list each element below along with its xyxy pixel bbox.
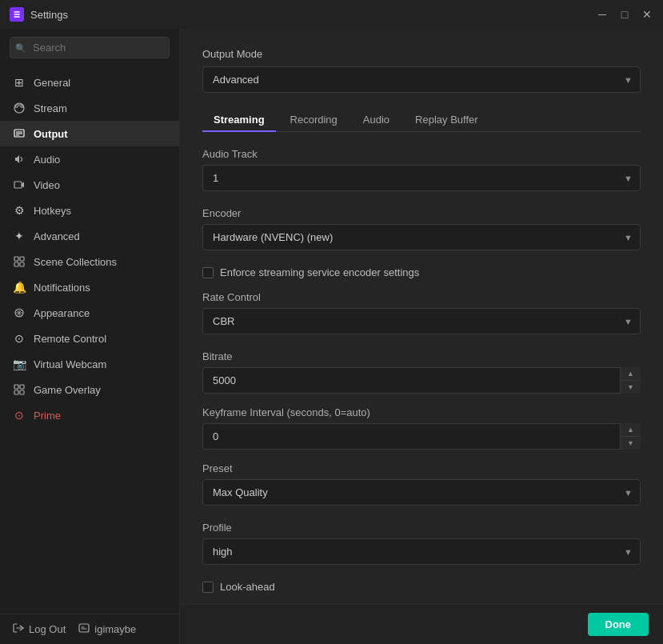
sidebar-item-label: Virtual Webcam (34, 358, 106, 370)
output-mode-label: Output Mode (202, 48, 641, 60)
tab-audio[interactable]: Audio (352, 109, 401, 132)
video-icon (13, 178, 26, 191)
logout-icon (13, 622, 24, 636)
enforce-checkbox[interactable] (202, 267, 214, 278)
sidebar-item-audio[interactable]: Audio (0, 146, 179, 172)
minimize-button[interactable]: ─ (596, 8, 609, 21)
keyframe-spinner-wrap: ▲ ▼ (202, 423, 641, 450)
rate-control-select-wrap: CBR ▼ (202, 308, 641, 334)
audio-track-group: Audio Track 1 ▼ (202, 148, 641, 191)
stream-icon (13, 102, 26, 114)
output-mode-select-wrap: Advanced ▼ (202, 66, 641, 93)
sidebar-item-label: Advanced (34, 230, 80, 242)
profile-select[interactable]: high (202, 538, 641, 565)
virtual-webcam-icon: 📷 (13, 358, 26, 370)
window-controls: ─ □ ✕ (596, 8, 653, 21)
bitrate-decrement-button[interactable]: ▼ (621, 381, 641, 394)
remote-control-icon: ⊙ (13, 332, 26, 345)
bitrate-group: Bitrate ▲ ▼ (202, 350, 641, 394)
done-button[interactable]: Done (588, 613, 649, 636)
sidebar-item-prime[interactable]: ⊙ Prime (0, 402, 179, 428)
sidebar-item-game-overlay[interactable]: Game Overlay (0, 377, 179, 402)
svg-rect-8 (20, 257, 24, 261)
settings-content: Output Mode Advanced ▼ Streaming Recordi… (180, 29, 663, 604)
sidebar-search-area (0, 29, 179, 66)
bitrate-spinner-arrows: ▲ ▼ (620, 367, 641, 394)
tab-recording[interactable]: Recording (279, 109, 349, 132)
sidebar-item-stream[interactable]: Stream (0, 95, 179, 121)
general-icon: ⊞ (13, 76, 26, 89)
sidebar-item-label: Hotkeys (34, 205, 71, 217)
output-icon (13, 127, 26, 140)
bitrate-input[interactable] (202, 367, 641, 394)
svg-rect-12 (14, 385, 18, 389)
output-mode-select[interactable]: Advanced (202, 66, 641, 93)
svg-rect-7 (14, 257, 18, 261)
output-tabs: Streaming Recording Audio Replay Buffer (202, 109, 641, 132)
profile-group: Profile high ▼ (202, 522, 641, 565)
svg-rect-17 (79, 624, 89, 632)
logout-button[interactable]: Log Out (13, 622, 66, 636)
keyframe-group: Keyframe Interval (seconds, 0=auto) ▲ ▼ (202, 406, 641, 450)
look-ahead-checkbox-label: Look-ahead (220, 581, 275, 593)
encoder-group: Encoder Hardware (NVENC) (new) ▼ (202, 207, 641, 250)
sidebar-item-scene-collections[interactable]: Scene Collections (0, 249, 179, 274)
game-overlay-icon (13, 383, 26, 396)
svg-rect-9 (14, 262, 18, 266)
tab-streaming[interactable]: Streaming (202, 109, 276, 132)
advanced-icon: ✦ (13, 230, 26, 242)
sidebar-item-label: General (34, 77, 70, 89)
prime-icon: ⊙ (13, 409, 26, 422)
svg-rect-13 (20, 385, 24, 389)
rate-control-select[interactable]: CBR (202, 308, 641, 334)
preset-select[interactable]: Max Quality (202, 479, 641, 506)
scene-collections-icon (13, 255, 26, 268)
maximize-button[interactable]: □ (618, 8, 631, 21)
sidebar-item-notifications[interactable]: 🔔 Notifications (0, 274, 179, 300)
sidebar-item-remote-control[interactable]: ⊙ Remote Control (0, 326, 179, 351)
sidebar-item-video[interactable]: Video (0, 172, 179, 198)
sidebar-item-general[interactable]: ⊞ General (0, 70, 179, 95)
keyframe-decrement-button[interactable]: ▼ (621, 437, 641, 450)
sidebar-item-label: Remote Control (34, 333, 106, 345)
encoder-label: Encoder (202, 207, 641, 219)
app-icon (10, 7, 24, 22)
window-title: Settings (30, 9, 596, 21)
sidebar-item-label: Appearance (34, 307, 90, 319)
username-label: igimaybe (94, 623, 136, 635)
bitrate-increment-button[interactable]: ▲ (621, 367, 641, 381)
sidebar-item-label: Output (34, 128, 68, 140)
keyframe-input[interactable] (202, 423, 641, 450)
sidebar-item-label: Video (34, 179, 60, 191)
preset-select-wrap: Max Quality ▼ (202, 479, 641, 506)
sidebar-item-virtual-webcam[interactable]: 📷 Virtual Webcam (0, 351, 179, 377)
sidebar-item-appearance[interactable]: Appearance (0, 300, 179, 326)
bitrate-label: Bitrate (202, 350, 641, 362)
svg-rect-10 (20, 262, 24, 266)
sidebar-item-label: Audio (34, 154, 60, 166)
audio-track-label: Audio Track (202, 148, 641, 160)
audio-track-select-wrap: 1 ▼ (202, 165, 641, 191)
username-button[interactable]: igimaybe (78, 622, 136, 636)
search-input[interactable] (10, 37, 170, 58)
titlebar: Settings ─ □ ✕ (0, 0, 663, 29)
output-mode-group: Output Mode Advanced ▼ (202, 48, 641, 93)
profile-label: Profile (202, 522, 641, 534)
sidebar-item-label: Game Overlay (34, 384, 101, 396)
sidebar-item-output[interactable]: Output (0, 121, 179, 146)
svg-rect-14 (14, 390, 18, 394)
keyframe-increment-button[interactable]: ▲ (621, 423, 641, 437)
enforce-checkbox-row: Enforce streaming service encoder settin… (202, 266, 641, 278)
encoder-select[interactable]: Hardware (NVENC) (new) (202, 224, 641, 250)
sidebar-item-label: Notifications (34, 282, 90, 294)
look-ahead-checkbox[interactable] (202, 582, 214, 593)
tab-replay-buffer[interactable]: Replay Buffer (404, 109, 489, 132)
audio-track-select[interactable]: 1 (202, 165, 641, 191)
close-button[interactable]: ✕ (641, 8, 653, 21)
hotkeys-icon: ⚙ (13, 204, 26, 217)
logout-label: Log Out (29, 623, 66, 635)
encoder-select-wrap: Hardware (NVENC) (new) ▼ (202, 224, 641, 250)
sidebar-item-advanced[interactable]: ✦ Advanced (0, 223, 179, 249)
settings-panel: Output Mode Advanced ▼ Streaming Recordi… (180, 29, 663, 644)
sidebar-item-hotkeys[interactable]: ⚙ Hotkeys (0, 198, 179, 223)
